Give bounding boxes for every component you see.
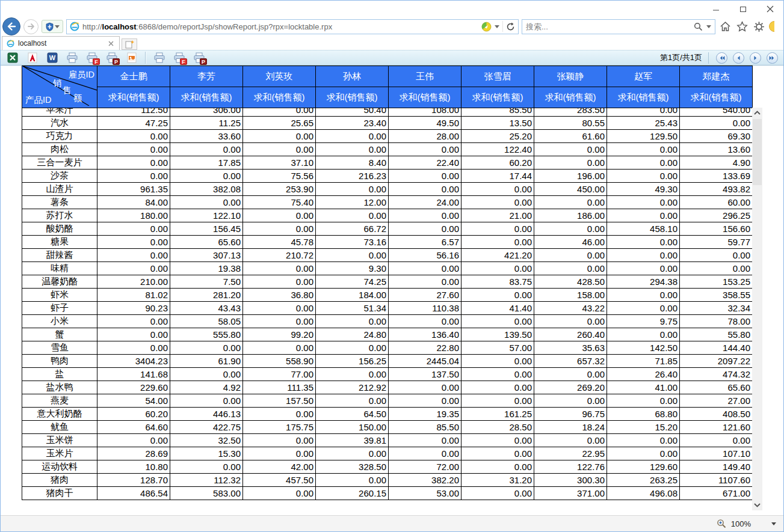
compatibility-view-icon[interactable]: [481, 22, 492, 32]
sales-value-cell: 0.00: [389, 183, 461, 196]
sales-value-cell: 0.00: [607, 196, 680, 209]
sales-value-cell: 0.00: [170, 196, 243, 209]
sales-value-cell: 446.13: [170, 408, 243, 421]
sales-value-cell: 75.40: [243, 196, 316, 209]
previous-page-button[interactable]: [733, 52, 744, 64]
measure-column-header: 求和(销售额): [389, 87, 461, 108]
flash-print-button-2[interactable]: F: [173, 52, 185, 64]
sales-value-cell: 0.00: [461, 447, 534, 460]
sales-value-cell: 0.00: [243, 487, 316, 500]
title-bar: [1, 1, 783, 17]
product-name-cell: 玉米片: [22, 447, 97, 460]
refresh-icon[interactable]: [506, 22, 515, 31]
printer-icon: [153, 52, 165, 63]
sales-value-cell: 83.75: [461, 275, 534, 289]
pdf-icon: [27, 52, 38, 63]
product-name-cell: 三合一麦片: [22, 156, 97, 170]
sales-value-cell: 0.00: [243, 130, 316, 143]
table-row: 猪肉128.70112.32457.500.00382.2031.20300.3…: [22, 474, 753, 487]
sales-value-cell: 7.50: [170, 275, 243, 289]
print-preview-button[interactable]: [66, 52, 78, 64]
product-name-cell: 肉松: [22, 143, 97, 156]
sales-value-cell: 156.60: [680, 222, 753, 236]
settings-button[interactable]: [752, 19, 766, 34]
home-button[interactable]: [718, 19, 732, 34]
pdf-print-button[interactable]: P: [105, 52, 118, 64]
sales-value-cell: 0.00: [534, 434, 607, 447]
security-shield-button[interactable]: [42, 20, 63, 33]
minimize-button[interactable]: [702, 1, 729, 17]
table-body-viewport: 苹果汁112.50306.000.0050.40108.0085.50283.5…: [22, 108, 753, 515]
table-row: 运动饮料10.800.0042.00328.5072.000.00122.761…: [22, 460, 753, 474]
sales-value-cell: 0.00: [243, 108, 316, 117]
sales-value-cell: 0.00: [389, 143, 461, 156]
sales-value-cell: 186.00: [534, 209, 607, 222]
close-button[interactable]: [756, 1, 783, 17]
flash-print-button[interactable]: F: [85, 52, 98, 64]
ie-logo-icon: [70, 22, 79, 31]
sales-value-cell: 0.00: [461, 460, 534, 474]
vertical-scrollbar[interactable]: [752, 108, 762, 510]
word-export-button[interactable]: W: [46, 52, 58, 64]
sales-value-cell: 37.10: [243, 156, 316, 170]
sales-value-cell: 32.34: [680, 302, 753, 315]
sales-value-cell: 0.00: [461, 434, 534, 447]
sales-value-cell: 27.00: [680, 394, 753, 408]
search-input[interactable]: [526, 22, 690, 31]
sales-value-cell: 0.00: [680, 262, 753, 275]
new-tab-button[interactable]: [122, 38, 137, 50]
sales-value-cell: 4.90: [680, 156, 753, 170]
print-button[interactable]: [153, 52, 165, 64]
scrollbar-thumb[interactable]: [753, 119, 762, 185]
product-name-cell: 运动饮料: [22, 460, 97, 474]
sales-value-cell: 41.40: [461, 302, 534, 315]
next-page-button[interactable]: [750, 52, 761, 64]
report-content: 雇员ID 销售额 产品ID 金士鹏李芳刘英玫孙林王伟张雪眉张颖静赵军郑建杰 求和…: [1, 66, 783, 515]
feedback-button[interactable]: [769, 19, 774, 34]
first-page-button[interactable]: [716, 52, 727, 64]
maximize-button[interactable]: [729, 1, 756, 17]
sales-value-cell: 122.40: [461, 143, 534, 156]
sales-value-cell: 54.00: [97, 394, 170, 408]
sales-value-cell: 73.16: [316, 236, 389, 249]
table-row: 玉米饼0.0032.500.0039.810.000.000.000.000.0…: [22, 434, 753, 447]
scroll-up-button[interactable]: [752, 108, 762, 118]
sales-value-cell: 180.00: [97, 209, 170, 222]
search-box[interactable]: [522, 19, 715, 34]
sales-value-cell: 0.00: [243, 262, 316, 275]
product-name-cell: 小米: [22, 315, 97, 328]
table-row: 猪肉干486.54583.000.00260.1553.000.00371.00…: [22, 487, 753, 500]
forward-button[interactable]: [23, 19, 39, 34]
sales-value-cell: 671.00: [680, 487, 753, 500]
tab-localhost[interactable]: localhost: [2, 36, 120, 50]
svg-text:W: W: [49, 54, 55, 61]
sales-value-cell: 1107.60: [680, 474, 753, 487]
pdf-export-button[interactable]: [26, 52, 39, 64]
last-page-button[interactable]: [767, 52, 778, 64]
sales-value-cell: 0.00: [461, 222, 534, 236]
sales-value-cell: 110.38: [389, 302, 461, 315]
tab-close-button[interactable]: [106, 39, 115, 47]
sales-value-cell: 0.00: [316, 143, 389, 156]
image-export-button[interactable]: [125, 52, 138, 64]
sales-value-cell: 300.30: [534, 474, 607, 487]
sales-value-cell: 296.25: [680, 209, 753, 222]
sales-value-cell: 85.50: [461, 108, 534, 117]
pdf-print-button-2[interactable]: P: [193, 52, 205, 64]
address-dropdown-caret[interactable]: [495, 25, 499, 28]
back-button[interactable]: [2, 17, 20, 35]
address-bar[interactable]: http://localhost:6868/demo/reportJsp/sho…: [66, 19, 519, 34]
favorites-button[interactable]: [735, 19, 749, 34]
sales-value-cell: 0.00: [461, 368, 534, 381]
search-icon[interactable]: [694, 22, 703, 31]
table-row: 糖果0.0065.6045.7873.166.570.0046.000.0059…: [22, 236, 753, 249]
sales-value-cell: 0.00: [389, 222, 461, 236]
excel-export-button[interactable]: [6, 52, 19, 64]
sales-value-cell: 486.54: [97, 487, 170, 500]
zoom-dropdown-caret[interactable]: [771, 522, 776, 525]
sales-value-cell: 0.00: [607, 156, 680, 170]
sales-value-cell: 0.00: [607, 249, 680, 262]
sales-value-cell: 0.00: [316, 315, 389, 328]
search-dropdown-caret[interactable]: [706, 25, 711, 28]
scroll-down-button[interactable]: [752, 500, 762, 510]
